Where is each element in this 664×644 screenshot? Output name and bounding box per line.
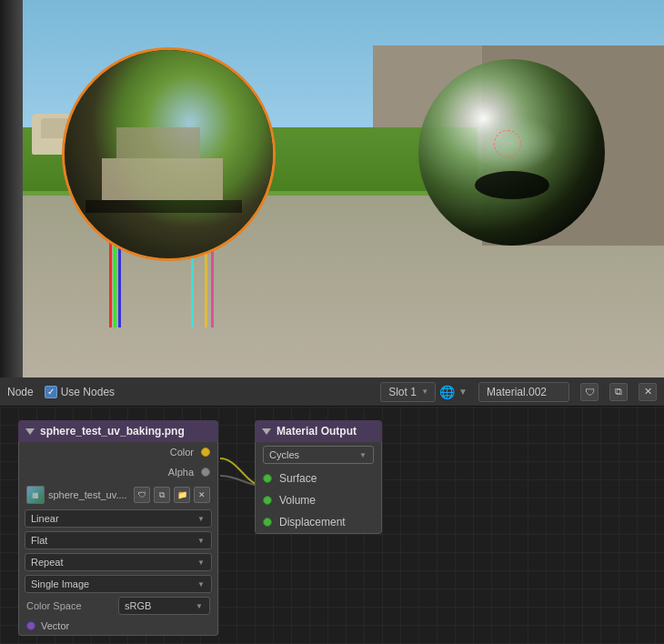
projection-select[interactable]: Flat Box Sphere Tube bbox=[25, 531, 212, 549]
renderer-row: Cycles EEVEE All bbox=[256, 442, 381, 468]
sphere-cursor bbox=[494, 130, 521, 157]
renderer-select[interactable]: Cycles EEVEE All bbox=[263, 446, 374, 464]
material-output-node[interactable]: Material Output Cycles EEVEE All bbox=[255, 420, 382, 534]
displacement-label: Displacement bbox=[279, 516, 346, 528]
interpolation-row: Linear Closest Cubic Smart bbox=[19, 508, 217, 529]
source-select[interactable]: Single Image Image Sequence Movie Genera… bbox=[25, 575, 212, 593]
use-nodes-toggle[interactable]: Use Nodes bbox=[45, 386, 115, 398]
shield-icon-btn[interactable]: 🛡 bbox=[580, 383, 599, 401]
projection-row: Flat Box Sphere Tube bbox=[19, 529, 217, 551]
dropdown-arrow: ▼ bbox=[458, 387, 468, 397]
interpolation-wrapper: Linear Closest Cubic Smart bbox=[25, 509, 212, 528]
image-texture-body: Color Alpha ▦ sphere_test_uv.... 🛡 ⧉ � bbox=[18, 442, 218, 636]
color-space-label: Color Space bbox=[26, 600, 118, 611]
image-texture-header: sphere_test_uv_baking.png bbox=[18, 420, 218, 442]
vector-row: Vector bbox=[19, 617, 217, 635]
node-label: Node bbox=[7, 386, 34, 398]
building-left-edge bbox=[0, 0, 23, 377]
use-nodes-checkbox[interactable] bbox=[45, 386, 57, 398]
extension-wrapper: Repeat Extend Clip bbox=[25, 553, 212, 571]
slot-select[interactable]: Slot 1 bbox=[380, 382, 436, 402]
color-space-wrapper: sRGB Linear Non-Color bbox=[118, 597, 210, 615]
volume-socket[interactable] bbox=[263, 496, 272, 505]
image-texture-title: sphere_test_uv_baking.png bbox=[40, 425, 185, 438]
bottom-panel: Node Use Nodes Slot 1 ▼ 🌐 ▼ Material.002… bbox=[0, 377, 664, 644]
node-editor-header: Node Use Nodes Slot 1 ▼ 🌐 ▼ Material.002… bbox=[0, 377, 664, 407]
material-output-header: Material Output bbox=[255, 420, 382, 442]
extension-row: Repeat Extend Clip bbox=[19, 551, 217, 573]
material-output-body: Cycles EEVEE All Surface Volume bbox=[255, 442, 382, 534]
vector-socket[interactable] bbox=[26, 621, 35, 630]
material-collapse-triangle[interactable] bbox=[262, 428, 271, 435]
surface-socket[interactable] bbox=[263, 474, 272, 483]
alpha-socket[interactable] bbox=[201, 468, 210, 477]
shield-small-icon[interactable]: 🛡 bbox=[134, 487, 150, 503]
material-output-title: Material Output bbox=[277, 425, 357, 438]
slot-dropdown[interactable]: Slot 1 ▼ bbox=[380, 382, 428, 402]
material-name[interactable]: Material.002 bbox=[478, 382, 569, 402]
viewport bbox=[0, 0, 664, 377]
color-space-select[interactable]: sRGB Linear Non-Color bbox=[118, 597, 210, 615]
delete-small-icon[interactable]: ✕ bbox=[194, 487, 210, 503]
displacement-row: Displacement bbox=[256, 511, 381, 533]
vector-label: Vector bbox=[41, 620, 69, 631]
copy-icon-btn[interactable]: ⧉ bbox=[609, 383, 628, 401]
color-output-row: Color bbox=[19, 442, 217, 462]
copy-small-icon[interactable]: ⧉ bbox=[154, 487, 170, 503]
renderer-wrapper: Cycles EEVEE All bbox=[263, 446, 374, 464]
image-filename: sphere_test_uv.... bbox=[48, 489, 130, 500]
world-icon: 🌐 bbox=[439, 385, 455, 399]
color-space-row: Color Space sRGB Linear Non-Color bbox=[19, 595, 217, 617]
sphere-preview[interactable] bbox=[62, 47, 276, 261]
alpha-label: Alpha bbox=[168, 467, 194, 478]
volume-row: Volume bbox=[256, 489, 381, 511]
use-nodes-label: Use Nodes bbox=[61, 386, 115, 398]
projection-wrapper: Flat Box Sphere Tube bbox=[25, 531, 212, 549]
image-preview-row: ▦ sphere_test_uv.... 🛡 ⧉ 📁 ✕ bbox=[19, 482, 217, 508]
source-row: Single Image Image Sequence Movie Genera… bbox=[19, 573, 217, 595]
displacement-socket[interactable] bbox=[263, 518, 272, 527]
color-socket[interactable] bbox=[201, 448, 210, 457]
interpolation-select[interactable]: Linear Closest Cubic Smart bbox=[25, 509, 212, 528]
extension-select[interactable]: Repeat Extend Clip bbox=[25, 553, 212, 571]
source-wrapper: Single Image Image Sequence Movie Genera… bbox=[25, 575, 212, 593]
node-canvas[interactable]: sphere_test_uv_baking.png Color Alpha ▦ bbox=[0, 407, 664, 644]
collapse-triangle[interactable] bbox=[25, 428, 35, 435]
close-icon-btn[interactable]: ✕ bbox=[639, 383, 657, 401]
folder-small-icon[interactable]: 📁 bbox=[174, 487, 190, 503]
surface-label: Surface bbox=[279, 472, 317, 485]
sphere-reflective[interactable] bbox=[418, 59, 605, 246]
volume-label: Volume bbox=[279, 494, 316, 507]
alpha-output-row: Alpha bbox=[19, 462, 217, 482]
image-type-icon: ▦ bbox=[26, 486, 45, 504]
image-texture-node[interactable]: sphere_test_uv_baking.png Color Alpha ▦ bbox=[18, 420, 218, 636]
color-label: Color bbox=[170, 447, 194, 458]
surface-row: Surface bbox=[256, 468, 381, 489]
